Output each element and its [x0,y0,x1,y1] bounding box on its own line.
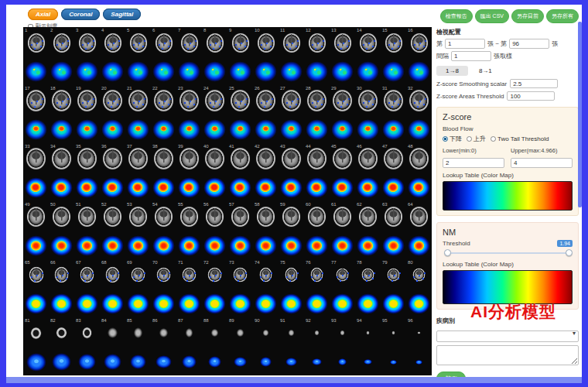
slice-cell[interactable]: 83 [74,317,100,348]
upper-input[interactable] [511,158,573,168]
spect-cell[interactable] [202,116,227,143]
spect-cell[interactable] [176,232,202,259]
slice-canvas[interactable]: 1234567891011121314151617181920212223242… [23,27,432,375]
spect-cell[interactable] [330,232,355,259]
spect-cell[interactable] [330,58,355,85]
spect-cell[interactable] [381,58,406,85]
slice-cell[interactable]: 33 [23,143,49,174]
tab-coronal[interactable]: Coronal [61,9,100,20]
spect-cell[interactable] [100,290,125,317]
slice-cell[interactable]: 72 [202,259,227,290]
save-all-button[interactable]: 另存所有 [546,9,579,23]
slice-cell[interactable]: 35 [74,143,100,174]
spect-cell[interactable] [23,58,49,85]
spect-cell[interactable] [355,348,381,375]
spect-cell[interactable] [330,290,355,317]
interval-input[interactable] [451,51,491,61]
spect-cell[interactable] [355,174,381,201]
slice-cell[interactable]: 40 [202,143,227,174]
slice-cell[interactable]: 34 [49,143,74,174]
lower-input[interactable] [443,158,504,168]
spect-cell[interactable] [151,290,176,317]
spect-cell[interactable] [381,174,406,201]
slice-cell[interactable]: 54 [151,201,176,232]
spect-cell[interactable] [406,290,432,317]
order-asc-button[interactable]: 1→8 [436,66,468,76]
spect-cell[interactable] [253,174,279,201]
spect-cell[interactable] [100,348,125,375]
spect-cell[interactable] [125,174,151,201]
spect-cell[interactable] [304,116,330,143]
slice-cell[interactable]: 88 [202,317,227,348]
slice-cell[interactable]: 57 [227,201,253,232]
spect-cell[interactable] [202,348,227,375]
slice-cell[interactable]: 82 [49,317,74,348]
spect-cell[interactable] [330,348,355,375]
slice-cell[interactable]: 27 [279,85,304,116]
slice-cell[interactable]: 11 [279,27,304,58]
spect-cell[interactable] [279,58,304,85]
spect-cell[interactable] [227,348,253,375]
disease-select[interactable] [436,330,579,342]
spect-cell[interactable] [355,232,381,259]
spect-cell[interactable] [330,116,355,143]
spect-cell[interactable] [151,58,176,85]
slice-cell[interactable]: 14 [355,27,381,58]
tab-sagittal[interactable]: Sagittal [103,9,141,20]
spect-cell[interactable] [176,290,202,317]
spect-cell[interactable] [330,174,355,201]
slice-cell[interactable]: 7 [176,27,202,58]
slice-cell[interactable]: 24 [202,85,227,116]
spect-cell[interactable] [227,116,253,143]
comment-textarea[interactable] [436,345,579,365]
slice-cell[interactable]: 29 [330,85,355,116]
spect-cell[interactable] [176,174,202,201]
order-desc-button[interactable]: 8→1 [476,66,495,76]
spect-cell[interactable] [202,232,227,259]
slice-cell[interactable]: 2 [49,27,74,58]
slice-cell[interactable]: 45 [330,143,355,174]
spect-cell[interactable] [74,58,100,85]
spect-cell[interactable] [176,116,202,143]
spect-cell[interactable] [253,290,279,317]
save-current-button[interactable]: 另存目前 [511,9,544,23]
spect-cell[interactable] [23,290,49,317]
slice-cell[interactable]: 4 [100,27,125,58]
slice-cell[interactable]: 15 [381,27,406,58]
spect-cell[interactable] [125,348,151,375]
spect-cell[interactable] [74,116,100,143]
slice-cell[interactable]: 73 [227,259,253,290]
spect-cell[interactable] [227,232,253,259]
spect-cell[interactable] [74,174,100,201]
spect-cell[interactable] [176,348,202,375]
spect-cell[interactable] [151,174,176,201]
slice-cell[interactable]: 86 [151,317,176,348]
slice-cell[interactable]: 87 [176,317,202,348]
spect-cell[interactable] [279,174,304,201]
spect-cell[interactable] [304,348,330,375]
spect-cell[interactable] [125,232,151,259]
spect-cell[interactable] [202,58,227,85]
slice-cell[interactable]: 79 [381,259,406,290]
spect-cell[interactable] [49,116,74,143]
slice-cell[interactable]: 1 [23,27,49,58]
slice-cell[interactable]: 43 [279,143,304,174]
slice-cell[interactable]: 75 [279,259,304,290]
tab-axial[interactable]: Axial [28,9,58,20]
slice-cell[interactable]: 52 [100,201,125,232]
slice-cell[interactable]: 32 [406,85,432,116]
slice-cell[interactable]: 16 [406,27,432,58]
spect-cell[interactable] [49,232,74,259]
slice-cell[interactable]: 39 [176,143,202,174]
slice-cell[interactable]: 69 [125,259,151,290]
spect-cell[interactable] [125,58,151,85]
slice-cell[interactable]: 80 [406,259,432,290]
slice-cell[interactable]: 78 [355,259,381,290]
slice-cell[interactable]: 10 [253,27,279,58]
spect-cell[interactable] [279,232,304,259]
slice-cell[interactable]: 65 [23,259,49,290]
spect-cell[interactable] [49,58,74,85]
spect-cell[interactable] [253,116,279,143]
slice-cell[interactable]: 96 [406,317,432,348]
areas-threshold-input[interactable] [507,91,555,101]
